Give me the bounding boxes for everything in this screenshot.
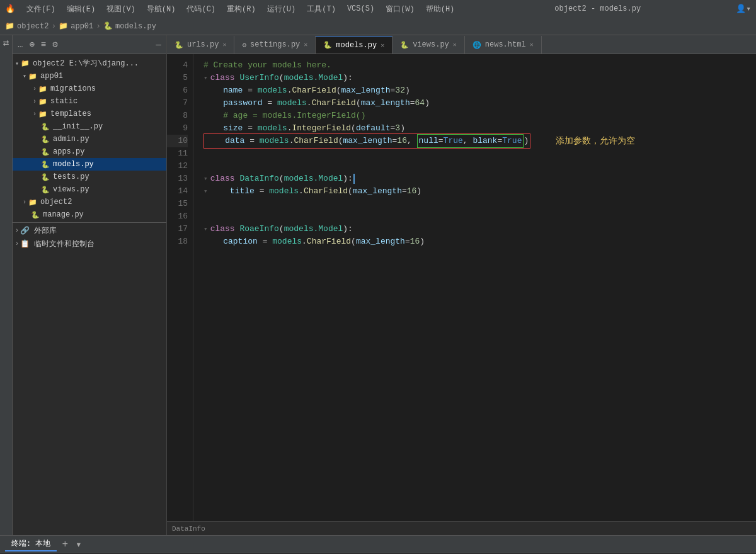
tree-item-migrations[interactable]: › 📁 migrations — [13, 82, 166, 95]
tree-item-admin[interactable]: 🐍 admin.py — [13, 133, 166, 145]
menu-help[interactable]: 帮助(H) — [421, 3, 460, 16]
sidebar-tool-settings[interactable]: ⚙ — [51, 38, 59, 51]
var-name: data — [225, 135, 244, 147]
menu-view[interactable]: 视图(V) — [101, 3, 140, 16]
tab-models[interactable]: 🐍 models.py ✕ — [316, 36, 392, 54]
var-name: name — [223, 84, 243, 97]
terminal-tabs: 终端: 本地 + ▾ — [0, 536, 756, 553]
menu-vcs[interactable]: VCS(S) — [342, 3, 379, 14]
tree-item-tempfiles[interactable]: › 📋 临时文件和控制台 — [13, 237, 166, 251]
eq: = — [391, 84, 396, 97]
sidebar-tool-collapse[interactable]: … — [16, 38, 24, 51]
ln-8: 8 — [167, 110, 188, 122]
tree-label-tests: tests.py — [53, 172, 89, 181]
tab-news[interactable]: 🌐 news.html ✕ — [465, 36, 542, 54]
tree-item-manage[interactable]: 🐍 manage.py — [13, 208, 166, 221]
tab-close-models[interactable]: ✕ — [381, 42, 384, 49]
menu-refactor[interactable]: 重构(R) — [222, 3, 261, 16]
code-editor[interactable]: 4 5 6 7 8 9 10 11 12 13 14 15 16 17 18 #… — [167, 54, 756, 521]
tree-item-apps[interactable]: 🐍 apps.py — [13, 145, 166, 158]
op: = — [263, 97, 277, 110]
terminal-tab-terminal[interactable]: 终端: 本地 — [5, 537, 57, 551]
comment: # age = models.IntegerField() — [203, 110, 365, 122]
menu-window[interactable]: 窗口(W) — [381, 3, 420, 16]
code-line-12 — [203, 160, 756, 172]
models-ref: models — [277, 97, 307, 110]
eq: = — [410, 97, 415, 110]
menu-navigate[interactable]: 导航(N) — [142, 3, 181, 16]
paren: ( — [351, 235, 356, 248]
kw-true2: True — [502, 135, 522, 147]
breadcrumb-file[interactable]: 🐍 models.py — [103, 21, 156, 31]
terminal-dropdown-btn[interactable]: ▾ — [73, 538, 84, 551]
tab-label-views: views.py — [413, 40, 449, 49]
tree-label-manage: manage.py — [43, 210, 84, 219]
tab-settings[interactable]: ⚙ settings.py ✕ — [234, 36, 316, 54]
ln-7: 7 — [167, 97, 188, 110]
tab-close-settings[interactable]: ✕ — [304, 41, 307, 48]
breadcrumb-app01[interactable]: 📁 app01 — [59, 21, 93, 31]
menu-run[interactable]: 运行(U) — [262, 3, 301, 16]
menu-file[interactable]: 文件(F) — [21, 3, 60, 16]
tree-item-object2[interactable]: › 📁 object2 — [13, 196, 166, 208]
user-icon[interactable]: 👤▾ — [736, 4, 751, 14]
py-icon: 🐍 — [40, 159, 50, 169]
eq: = — [497, 135, 502, 147]
fold-14[interactable]: ▾ — [203, 185, 208, 198]
tree-item-models[interactable]: 🐍 models.py — [13, 158, 166, 171]
sidebar-tool-add[interactable]: ⊕ — [28, 38, 35, 51]
paren: ( — [351, 122, 356, 135]
tab-icon-news: 🌐 — [472, 41, 481, 49]
tree-item-static[interactable]: › 📁 static — [13, 95, 166, 108]
code-line-7: password = models . CharField ( max_leng… — [203, 97, 756, 110]
left-panel-icon-1[interactable]: ⇄ — [1, 38, 11, 48]
tab-close-views[interactable]: ✕ — [453, 41, 457, 48]
tab-views[interactable]: 🐍 views.py ✕ — [392, 36, 465, 54]
tree-label-views: views.py — [53, 185, 89, 194]
param: max_length — [356, 235, 405, 248]
ln-4: 4 — [167, 59, 188, 72]
tree-label-external: 🔗 外部库 — [20, 225, 57, 236]
fold-17[interactable]: ▾ — [203, 223, 208, 235]
num: 16 — [397, 135, 407, 147]
op: = — [255, 185, 269, 198]
fold-13[interactable]: ▾ — [203, 172, 208, 185]
terminal-add-btn[interactable]: + — [59, 539, 71, 550]
app-logo: 🔥 — [5, 4, 15, 14]
tree-item-app01[interactable]: ▾ 📁 app01 — [13, 70, 166, 82]
arrow-icon: ▾ — [23, 72, 26, 80]
tree-item-root[interactable]: ▾ 📁 object2 E:\学习\djang... — [13, 57, 166, 70]
tree-item-tests[interactable]: 🐍 tests.py — [13, 171, 166, 183]
tab-close-news[interactable]: ✕ — [530, 41, 534, 48]
tree-item-init[interactable]: 🐍 __init__.py — [13, 120, 166, 133]
fold-5[interactable]: ▾ — [203, 72, 208, 84]
menu-edit[interactable]: 编辑(E) — [62, 3, 101, 16]
line-numbers: 4 5 6 7 8 9 10 11 12 13 14 15 16 17 18 — [167, 54, 193, 521]
dot: . — [287, 84, 292, 97]
menu-tools[interactable]: 工具(T) — [302, 3, 341, 16]
sidebar-tool-list[interactable]: ≡ — [40, 38, 47, 51]
tree-item-views[interactable]: 🐍 views.py — [13, 183, 166, 196]
tree-label-root: object2 E:\学习\djang... — [33, 58, 139, 69]
tree-item-templates[interactable]: › 📁 templates — [13, 108, 166, 120]
code-line-18: caption = models . CharField ( max_lengt… — [203, 235, 756, 248]
breadcrumb-root[interactable]: 📁 object2 — [5, 21, 49, 31]
tab-urls[interactable]: 🐍 urls.py ✕ — [167, 36, 234, 54]
arrow-icon: › — [15, 240, 19, 247]
sidebar-tool-minimize[interactable]: — — [155, 38, 163, 51]
py-icon: 🐍 — [40, 122, 50, 132]
arrow-icon: ▾ — [15, 60, 19, 67]
code-content[interactable]: # Create your models here. ▾ class UserI… — [193, 54, 756, 521]
tree-label-migrations: migrations — [50, 84, 96, 93]
editor-area: 🐍 urls.py ✕ ⚙ settings.py ✕ 🐍 models.py … — [167, 35, 756, 535]
param-maxlen: max_length — [343, 135, 392, 147]
eq: = — [391, 122, 396, 135]
code-line-11 — [203, 147, 756, 160]
tab-close-urls[interactable]: ✕ — [222, 41, 226, 48]
py-icon: 🐍 — [40, 147, 50, 157]
indent — [203, 84, 223, 97]
tree-item-external[interactable]: › 🔗 外部库 — [13, 224, 166, 237]
dot: . — [289, 135, 294, 147]
menu-code[interactable]: 代码(C) — [181, 3, 220, 16]
code-line-8: # age = models.IntegerField() — [203, 110, 756, 122]
